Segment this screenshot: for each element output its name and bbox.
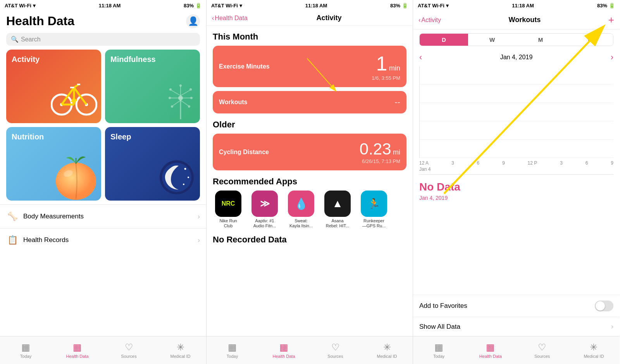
status-right-2: 83% 🔋 [390, 3, 408, 9]
wifi-icon-2: ▾ [239, 3, 242, 9]
tab-health-data-label-3: Health Data [479, 354, 502, 359]
tab-health-data-3[interactable]: ▦ Health Data [465, 337, 516, 364]
this-month-header: This Month [213, 32, 406, 42]
tab-medical-id-1[interactable]: ✳ Medical ID [155, 337, 206, 364]
search-placeholder: Search [21, 36, 41, 43]
carrier-3: AT&T Wi-Fi [418, 3, 444, 9]
today-icon-3: ▦ [434, 342, 443, 353]
add-button[interactable]: + [608, 14, 614, 26]
avatar[interactable]: 👤 [186, 14, 200, 28]
battery-1: 83% [184, 3, 194, 9]
battery-icon-3: 🔋 [609, 3, 615, 9]
chevron-right-icon: › [198, 213, 200, 221]
add-to-favorites-row: Add to Favorites [413, 295, 620, 317]
app-aaptiv-name: Aaptiv: #1Audio Fitn... [253, 218, 276, 228]
app-aaptiv[interactable]: ≫ Aaptiv: #1Audio Fitn... [249, 191, 280, 228]
category-nutrition[interactable]: Nutrition [6, 127, 101, 201]
cycling-distance-card[interactable]: Cycling Distance 0.23 mi 6/26/15, 7:13 P… [213, 134, 406, 170]
panel-activity: AT&T Wi-Fi ▾ 11:18 AM 83% 🔋 ‹ Health Dat… [207, 0, 413, 364]
x-label-7: 6 [586, 160, 588, 166]
date-nav-label: Jan 4, 2019 [500, 54, 533, 61]
today-icon-2: ▦ [228, 342, 237, 353]
cycling-unit: mi [393, 148, 400, 156]
period-tab-W[interactable]: W [468, 34, 517, 46]
app-sweat[interactable]: 💧 Sweat:Kayla Itsin... [286, 191, 317, 228]
no-data-date: Jan 4, 2019 [419, 195, 613, 201]
category-activity-label: Activity [12, 55, 96, 64]
back-button-activity[interactable]: ‹ Health Data [212, 15, 248, 22]
search-bar[interactable]: 🔍 Search [6, 33, 200, 46]
category-sleep[interactable]: Sleep [105, 127, 200, 201]
add-to-favorites-label: Add to Favorites [419, 302, 467, 310]
moon-icon [157, 158, 196, 197]
back-button-workouts[interactable]: ‹ Activity [418, 17, 441, 24]
health-data-icon-3: ▦ [486, 342, 495, 353]
list-item-health-records[interactable]: 📋 Health Records › [0, 228, 206, 252]
app-asana-icon: ▲ [324, 191, 351, 217]
app-sweat-name: Sweat:Kayla Itsin... [289, 218, 313, 228]
period-tab-Y[interactable]: Y [565, 34, 613, 46]
period-tab-M[interactable]: M [517, 34, 565, 46]
app-runkeeper-name: Runkeeper—GPS Ru... [362, 218, 386, 228]
tab-health-data-1[interactable]: ▦ Health Data [52, 337, 103, 364]
grid-line-3 [420, 103, 613, 121]
cycling-value: 0.23 mi 6/26/15, 7:13 PM [360, 140, 400, 164]
x-label-2: 3 [451, 160, 454, 166]
tab-today-1[interactable]: ▦ Today [0, 337, 52, 364]
sources-icon-2: ♡ [331, 342, 340, 353]
svg-point-24 [190, 97, 193, 99]
tab-today-2[interactable]: ▦ Today [207, 337, 258, 364]
tab-today-3[interactable]: ▦ Today [413, 337, 465, 364]
period-tab-D[interactable]: D [420, 34, 468, 46]
battery-3: 83% [597, 3, 607, 9]
exercise-big: 1 [376, 52, 388, 75]
tab-sources-1[interactable]: ♡ Sources [103, 337, 155, 364]
workouts-card[interactable]: Workouts -- [213, 91, 406, 113]
search-icon: 🔍 [11, 36, 19, 43]
health-records-label: Health Records [23, 236, 193, 244]
tab-sources-3[interactable]: ♡ Sources [517, 337, 568, 364]
list-item-body-measurements[interactable]: 🦴 Body Measurements › [0, 204, 206, 228]
exercise-minutes-label: Exercise Minutes [219, 63, 270, 70]
tab-bar-2: ▦ Today ▦ Health Data ♡ Sources ✳ Medica… [207, 336, 413, 364]
show-all-row[interactable]: Show All Data › [413, 317, 620, 336]
tab-medical-id-3[interactable]: ✳ Medical ID [568, 337, 620, 364]
tab-sources-2[interactable]: ♡ Sources [310, 337, 361, 364]
medical-id-icon-3: ✳ [590, 342, 598, 353]
activity-nav: ‹ Health Data Activity [207, 11, 413, 26]
status-left-2: AT&T Wi-Fi ▾ [211, 3, 242, 9]
status-bar-1: AT&T Wi-Fi ▾ 11:18 AM 83% 🔋 [0, 0, 206, 11]
date-next-button[interactable]: › [611, 52, 613, 62]
category-nutrition-label: Nutrition [12, 132, 96, 141]
app-runkeeper[interactable]: 🏃 Runkeeper—GPS Ru... [358, 191, 389, 228]
show-all-label: Show All Data [419, 323, 460, 331]
tab-health-data-label-1: Health Data [66, 354, 88, 359]
wifi-icon-3: ▾ [446, 3, 449, 9]
app-nrc[interactable]: NRC Nike RunClub [213, 191, 244, 228]
time-2: 11:18 AM [305, 3, 327, 9]
app-asana-name: AsanaRebel: HIT... [326, 218, 350, 228]
exercise-minutes-card[interactable]: Exercise Minutes 1 min 1/6, 3:55 PM [213, 46, 406, 87]
app-asana[interactable]: ▲ AsanaRebel: HIT... [322, 191, 353, 228]
grid-line-5 [420, 140, 613, 158]
peach-icon [51, 150, 101, 201]
grid-line-2 [420, 84, 613, 103]
tab-today-label-3: Today [433, 354, 444, 359]
tab-health-data-2[interactable]: ▦ Health Data [258, 337, 310, 364]
battery-icon-2: 🔋 [402, 3, 408, 9]
favorites-toggle[interactable] [595, 300, 613, 311]
cycling-sub: 6/26/15, 7:13 PM [360, 158, 400, 164]
category-mindfulness[interactable]: Mindfulness [105, 50, 200, 123]
no-data-label: No Data [419, 181, 613, 193]
time-1: 11:18 AM [99, 3, 121, 9]
sources-icon-3: ♡ [538, 342, 546, 353]
tab-medical-id-2[interactable]: ✳ Medical ID [361, 337, 413, 364]
grid-line-1 [420, 66, 613, 84]
carrier-1: AT&T Wi-Fi [5, 3, 31, 9]
chart-grid [419, 66, 613, 158]
date-prev-button[interactable]: ‹ [419, 52, 422, 62]
health-records-icon: 📋 [6, 234, 19, 246]
category-activity[interactable]: Activity [6, 50, 101, 123]
time-3: 11:18 AM [512, 3, 534, 9]
no-recorded-label: No Recorded Data [213, 235, 406, 245]
